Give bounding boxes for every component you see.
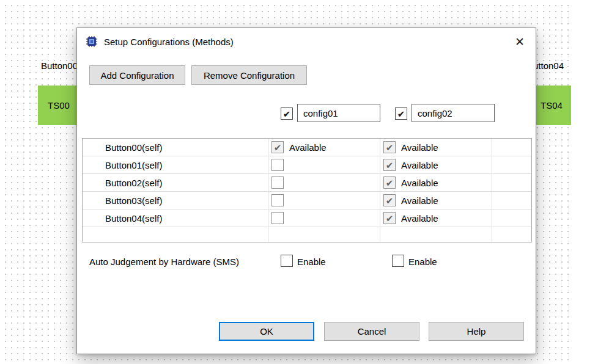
available-checkbox[interactable] <box>383 177 396 189</box>
enable-label: Enable <box>408 257 437 267</box>
table-row: Button04(self) Available <box>83 209 531 227</box>
setup-configurations-dialog: Setup Configurations (Methods) ✕ Add Con… <box>76 27 536 354</box>
chip-icon <box>86 35 98 48</box>
table-row: Button02(self) Available <box>83 174 531 192</box>
spacer-cell <box>492 139 531 156</box>
config02-cell: Available <box>380 156 492 173</box>
spacer-cell <box>492 209 531 227</box>
table-empty-row <box>83 227 531 242</box>
row-label: Button03(self) <box>83 192 268 209</box>
close-icon[interactable]: ✕ <box>515 36 525 48</box>
available-checkbox[interactable] <box>271 194 284 206</box>
table-row: Button03(self) Available <box>83 192 531 209</box>
spacer-cell <box>492 174 531 191</box>
available-label: Available <box>289 142 327 153</box>
config01-cell <box>268 156 380 173</box>
canvas-label-button00: Button00 <box>41 60 78 71</box>
add-configuration-button[interactable]: Add Configuration <box>89 65 185 85</box>
config02-cell: Available <box>380 139 492 156</box>
ok-button[interactable]: OK <box>219 322 314 341</box>
available-label: Available <box>401 160 438 170</box>
config02-cell: Available <box>380 209 492 227</box>
config01-name-input[interactable] <box>297 104 380 122</box>
available-checkbox[interactable] <box>383 141 396 153</box>
available-checkbox[interactable] <box>271 159 284 171</box>
available-checkbox[interactable] <box>271 141 284 153</box>
available-checkbox[interactable] <box>271 212 284 224</box>
enable-checkbox-config01[interactable] <box>281 255 293 267</box>
enable-label: Enable <box>297 257 326 267</box>
config01-checkbox[interactable] <box>281 107 293 120</box>
row-label: Button00(self) <box>83 139 268 156</box>
available-label: Available <box>401 213 438 224</box>
table-row: Button01(self) Available <box>83 156 531 174</box>
available-checkbox[interactable] <box>383 159 396 171</box>
row-label: Button02(self) <box>83 174 268 191</box>
node-ts00[interactable]: TS00 <box>38 86 79 125</box>
config02-checkbox[interactable] <box>395 107 407 120</box>
available-checkbox[interactable] <box>271 177 284 189</box>
remove-configuration-button[interactable]: Remove Configuration <box>191 65 307 85</box>
availability-table: Button00(self) Available Available Butto… <box>82 138 532 242</box>
dialog-titlebar: Setup Configurations (Methods) ✕ <box>77 28 536 55</box>
help-button[interactable]: Help <box>429 322 524 341</box>
config01-cell: Available <box>268 139 380 156</box>
config01-cell <box>268 192 380 209</box>
auto-judgement-label: Auto Judgement by Hardware (SMS) <box>89 257 239 267</box>
row-label: Button04(self) <box>83 209 268 227</box>
canvas-right-edge <box>571 0 598 364</box>
cancel-button[interactable]: Cancel <box>324 322 419 341</box>
enable-checkbox-config02[interactable] <box>392 255 404 267</box>
spacer-cell <box>492 192 531 209</box>
available-checkbox[interactable] <box>383 194 396 206</box>
spacer-cell <box>492 156 531 173</box>
row-label: Button01(self) <box>83 156 268 173</box>
available-label: Available <box>401 142 438 153</box>
config02-cell: Available <box>380 192 492 209</box>
table-row: Button00(self) Available Available <box>83 139 531 156</box>
config02-name-input[interactable] <box>412 104 495 122</box>
node-ts04[interactable]: TS04 <box>531 86 572 125</box>
available-checkbox[interactable] <box>383 212 396 224</box>
available-label: Available <box>401 195 438 206</box>
config01-cell <box>268 209 380 227</box>
available-label: Available <box>401 178 438 188</box>
config02-cell: Available <box>380 174 492 191</box>
dialog-title: Setup Configurations (Methods) <box>104 37 234 47</box>
config01-cell <box>268 174 380 191</box>
